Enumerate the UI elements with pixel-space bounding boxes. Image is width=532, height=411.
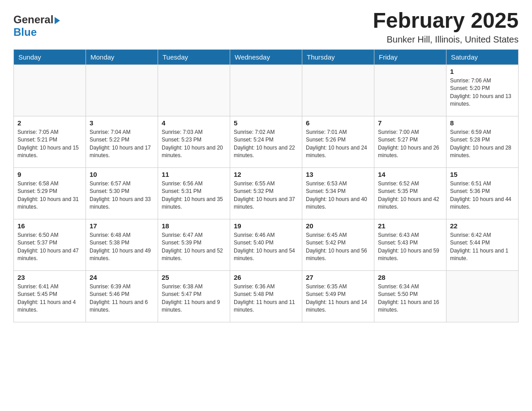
day-number: 19 bbox=[234, 222, 298, 230]
day-info: Sunrise: 6:39 AMSunset: 5:46 PMDaylight:… bbox=[90, 283, 154, 314]
day-number: 20 bbox=[306, 222, 370, 230]
day-number: 5 bbox=[234, 119, 298, 127]
calendar-cell: 4Sunrise: 7:03 AMSunset: 5:23 PMDaylight… bbox=[158, 116, 230, 167]
calendar-cell bbox=[86, 64, 158, 116]
day-info: Sunrise: 6:42 AMSunset: 5:44 PMDaylight:… bbox=[450, 231, 515, 263]
day-number: 23 bbox=[17, 274, 82, 281]
calendar-cell: 19Sunrise: 6:46 AMSunset: 5:40 PMDayligh… bbox=[230, 219, 302, 270]
day-of-week-header: Sunday bbox=[14, 49, 86, 64]
day-info: Sunrise: 6:47 AMSunset: 5:39 PMDaylight:… bbox=[162, 231, 226, 263]
calendar-cell: 3Sunrise: 7:04 AMSunset: 5:22 PMDaylight… bbox=[86, 116, 158, 167]
calendar-cell: 17Sunrise: 6:48 AMSunset: 5:38 PMDayligh… bbox=[86, 219, 158, 270]
title-section: February 2025 Bunker Hill, Illinois, Uni… bbox=[373, 9, 519, 45]
calendar-week-row: 16Sunrise: 6:50 AMSunset: 5:37 PMDayligh… bbox=[14, 219, 519, 270]
calendar-cell: 12Sunrise: 6:55 AMSunset: 5:32 PMDayligh… bbox=[230, 167, 302, 219]
day-number: 4 bbox=[162, 119, 226, 127]
calendar-cell: 25Sunrise: 6:38 AMSunset: 5:47 PMDayligh… bbox=[158, 270, 230, 322]
day-info: Sunrise: 6:55 AMSunset: 5:32 PMDaylight:… bbox=[234, 180, 298, 211]
location-text: Bunker Hill, Illinois, United States bbox=[373, 34, 519, 45]
calendar-cell: 23Sunrise: 6:41 AMSunset: 5:45 PMDayligh… bbox=[14, 270, 86, 322]
day-info: Sunrise: 6:51 AMSunset: 5:36 PMDaylight:… bbox=[450, 180, 515, 211]
day-number: 24 bbox=[90, 274, 154, 281]
calendar-cell bbox=[446, 270, 519, 322]
calendar-cell: 2Sunrise: 7:05 AMSunset: 5:21 PMDaylight… bbox=[14, 116, 86, 167]
calendar-cell: 21Sunrise: 6:43 AMSunset: 5:43 PMDayligh… bbox=[374, 219, 446, 270]
day-info: Sunrise: 6:53 AMSunset: 5:34 PMDaylight:… bbox=[306, 180, 370, 211]
calendar-table: SundayMondayTuesdayWednesdayThursdayFrid… bbox=[13, 49, 519, 322]
day-of-week-header: Thursday bbox=[302, 49, 374, 64]
logo: General Blue bbox=[13, 13, 60, 39]
calendar-cell: 22Sunrise: 6:42 AMSunset: 5:44 PMDayligh… bbox=[446, 219, 519, 270]
day-of-week-header: Monday bbox=[86, 49, 158, 64]
day-number: 12 bbox=[234, 171, 298, 178]
day-number: 1 bbox=[450, 68, 515, 75]
day-number: 22 bbox=[450, 222, 515, 230]
logo-blue-text: Blue bbox=[13, 26, 37, 38]
day-info: Sunrise: 7:03 AMSunset: 5:23 PMDaylight:… bbox=[162, 128, 226, 160]
page-header: General Blue February 2025 Bunker Hill, … bbox=[13, 9, 519, 45]
calendar-cell: 15Sunrise: 6:51 AMSunset: 5:36 PMDayligh… bbox=[446, 167, 519, 219]
logo-arrow-icon bbox=[55, 17, 60, 24]
day-info: Sunrise: 7:05 AMSunset: 5:21 PMDaylight:… bbox=[17, 128, 82, 160]
day-number: 21 bbox=[378, 222, 442, 230]
calendar-cell: 10Sunrise: 6:57 AMSunset: 5:30 PMDayligh… bbox=[86, 167, 158, 219]
calendar-cell: 6Sunrise: 7:01 AMSunset: 5:26 PMDaylight… bbox=[302, 116, 374, 167]
calendar-cell: 16Sunrise: 6:50 AMSunset: 5:37 PMDayligh… bbox=[14, 219, 86, 270]
day-info: Sunrise: 6:52 AMSunset: 5:35 PMDaylight:… bbox=[378, 180, 442, 211]
day-number: 7 bbox=[378, 119, 442, 127]
calendar-cell: 13Sunrise: 6:53 AMSunset: 5:34 PMDayligh… bbox=[302, 167, 374, 219]
calendar-cell bbox=[230, 64, 302, 116]
day-number: 2 bbox=[17, 119, 82, 127]
day-info: Sunrise: 7:06 AMSunset: 5:20 PMDaylight:… bbox=[450, 77, 515, 108]
day-number: 27 bbox=[306, 274, 370, 281]
calendar-cell: 24Sunrise: 6:39 AMSunset: 5:46 PMDayligh… bbox=[86, 270, 158, 322]
day-info: Sunrise: 6:45 AMSunset: 5:42 PMDaylight:… bbox=[306, 231, 370, 263]
day-info: Sunrise: 6:59 AMSunset: 5:28 PMDaylight:… bbox=[450, 128, 515, 160]
day-info: Sunrise: 6:46 AMSunset: 5:40 PMDaylight:… bbox=[234, 231, 298, 263]
calendar-cell: 9Sunrise: 6:58 AMSunset: 5:29 PMDaylight… bbox=[14, 167, 86, 219]
calendar-week-row: 9Sunrise: 6:58 AMSunset: 5:29 PMDaylight… bbox=[14, 167, 519, 219]
day-number: 13 bbox=[306, 171, 370, 178]
day-info: Sunrise: 7:04 AMSunset: 5:22 PMDaylight:… bbox=[90, 128, 154, 160]
calendar-cell: 28Sunrise: 6:34 AMSunset: 5:50 PMDayligh… bbox=[374, 270, 446, 322]
day-number: 9 bbox=[17, 171, 82, 178]
day-number: 28 bbox=[378, 274, 442, 281]
day-number: 15 bbox=[450, 171, 515, 178]
month-title: February 2025 bbox=[373, 9, 519, 33]
day-number: 14 bbox=[378, 171, 442, 178]
calendar-cell: 11Sunrise: 6:56 AMSunset: 5:31 PMDayligh… bbox=[158, 167, 230, 219]
calendar-cell: 7Sunrise: 7:00 AMSunset: 5:27 PMDaylight… bbox=[374, 116, 446, 167]
day-info: Sunrise: 6:36 AMSunset: 5:48 PMDaylight:… bbox=[234, 283, 298, 314]
calendar-cell: 20Sunrise: 6:45 AMSunset: 5:42 PMDayligh… bbox=[302, 219, 374, 270]
day-info: Sunrise: 6:34 AMSunset: 5:50 PMDaylight:… bbox=[378, 283, 442, 314]
day-number: 3 bbox=[90, 119, 154, 127]
day-number: 16 bbox=[17, 222, 82, 230]
day-info: Sunrise: 7:00 AMSunset: 5:27 PMDaylight:… bbox=[378, 128, 442, 160]
calendar-cell: 8Sunrise: 6:59 AMSunset: 5:28 PMDaylight… bbox=[446, 116, 519, 167]
calendar-header-row: SundayMondayTuesdayWednesdayThursdayFrid… bbox=[14, 49, 519, 64]
day-info: Sunrise: 6:57 AMSunset: 5:30 PMDaylight:… bbox=[90, 180, 154, 211]
calendar-cell: 14Sunrise: 6:52 AMSunset: 5:35 PMDayligh… bbox=[374, 167, 446, 219]
day-info: Sunrise: 6:41 AMSunset: 5:45 PMDaylight:… bbox=[17, 283, 82, 314]
logo-general-text: General bbox=[13, 13, 53, 26]
day-number: 10 bbox=[90, 171, 154, 178]
calendar-cell: 27Sunrise: 6:35 AMSunset: 5:49 PMDayligh… bbox=[302, 270, 374, 322]
day-number: 6 bbox=[306, 119, 370, 127]
calendar-cell: 18Sunrise: 6:47 AMSunset: 5:39 PMDayligh… bbox=[158, 219, 230, 270]
day-info: Sunrise: 6:43 AMSunset: 5:43 PMDaylight:… bbox=[378, 231, 442, 263]
day-number: 18 bbox=[162, 222, 226, 230]
day-of-week-header: Tuesday bbox=[158, 49, 230, 64]
day-info: Sunrise: 6:35 AMSunset: 5:49 PMDaylight:… bbox=[306, 283, 370, 314]
calendar-week-row: 1Sunrise: 7:06 AMSunset: 5:20 PMDaylight… bbox=[14, 64, 519, 116]
day-of-week-header: Saturday bbox=[446, 49, 519, 64]
day-info: Sunrise: 7:02 AMSunset: 5:24 PMDaylight:… bbox=[234, 128, 298, 160]
day-number: 11 bbox=[162, 171, 226, 178]
day-of-week-header: Friday bbox=[374, 49, 446, 64]
day-info: Sunrise: 6:38 AMSunset: 5:47 PMDaylight:… bbox=[162, 283, 226, 314]
calendar-cell bbox=[14, 64, 86, 116]
calendar-cell bbox=[302, 64, 374, 116]
day-number: 17 bbox=[90, 222, 154, 230]
day-info: Sunrise: 6:50 AMSunset: 5:37 PMDaylight:… bbox=[17, 231, 82, 263]
calendar-cell bbox=[158, 64, 230, 116]
calendar-cell: 1Sunrise: 7:06 AMSunset: 5:20 PMDaylight… bbox=[446, 64, 519, 116]
